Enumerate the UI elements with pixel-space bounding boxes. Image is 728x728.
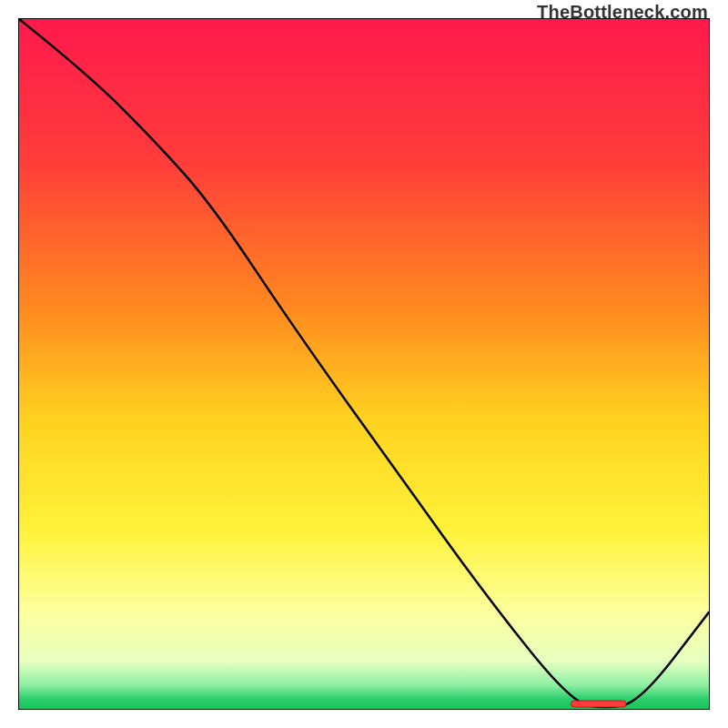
optimal-range-marker xyxy=(571,701,626,707)
chart-frame xyxy=(18,18,710,710)
chart-svg xyxy=(19,19,709,709)
chart-background-gradient xyxy=(19,19,709,709)
watermark-text: TheBottleneck.com xyxy=(537,2,708,23)
